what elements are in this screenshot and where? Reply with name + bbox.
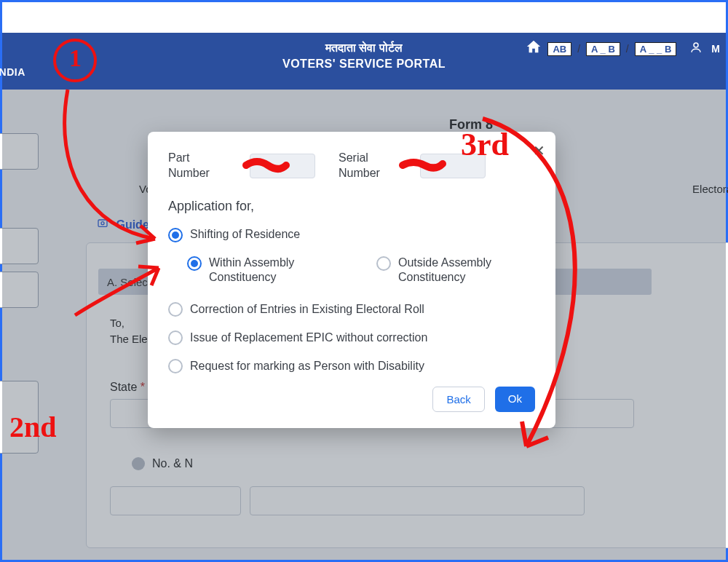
option-label: Shifting of Residence xyxy=(190,228,300,241)
radio-unchecked-icon xyxy=(168,359,183,373)
page-body: Form 8 DIA Electoral Roll/ Replacement o… xyxy=(2,90,726,560)
browser-top-whitespace xyxy=(2,2,726,33)
separator: / xyxy=(626,43,629,55)
portal-title-english: VOTERS' SERVICE PORTAL xyxy=(2,58,726,71)
font-size-medium[interactable]: A _ B xyxy=(586,42,620,56)
radio-checked-icon xyxy=(187,256,202,271)
application-for-modal: ✕ Part Number Serial Number Application … xyxy=(148,132,555,428)
option-label: Issue of Replacement EPIC without correc… xyxy=(190,331,427,344)
option-label: Request for marking as Person with Disab… xyxy=(190,360,424,373)
font-size-large[interactable]: A _ _ B xyxy=(635,42,677,56)
user-initial[interactable]: M xyxy=(711,43,720,55)
user-icon[interactable] xyxy=(689,41,703,58)
radio-unchecked-icon xyxy=(168,331,183,345)
option-label: Within Assembly Constituency xyxy=(209,256,333,286)
radio-unchecked-icon xyxy=(376,256,391,271)
portal-header: ON OF INDIA मतदाता सेवा पोर्टल VOTERS' S… xyxy=(2,33,726,90)
part-number-input[interactable] xyxy=(250,154,315,178)
application-for-heading: Application for, xyxy=(168,199,535,214)
org-name-truncated: ON OF INDIA xyxy=(0,66,25,78)
sub-option-outside-constituency[interactable]: Outside Assembly Constituency xyxy=(376,256,522,286)
app-frame: ON OF INDIA मतदाता सेवा पोर्टल VOTERS' S… xyxy=(0,0,728,562)
option-person-with-disability[interactable]: Request for marking as Person with Disab… xyxy=(168,358,535,373)
close-icon[interactable]: ✕ xyxy=(533,142,545,159)
option-label: Correction of Entries in Existing Electo… xyxy=(190,303,424,316)
svg-point-0 xyxy=(694,43,698,47)
radio-unchecked-icon xyxy=(168,302,183,317)
back-button[interactable]: Back xyxy=(432,387,484,412)
part-number-label: Part Number xyxy=(168,151,226,181)
option-label: Outside Assembly Constituency xyxy=(398,256,522,286)
option-shifting-residence[interactable]: Shifting of Residence xyxy=(168,227,535,242)
separator: / xyxy=(577,43,580,55)
serial-number-input[interactable] xyxy=(420,154,486,178)
font-size-normal[interactable]: AB xyxy=(547,42,571,56)
option-correction-entries[interactable]: Correction of Entries in Existing Electo… xyxy=(168,301,535,317)
home-icon[interactable] xyxy=(526,39,542,59)
radio-checked-icon xyxy=(168,228,183,242)
serial-number-label: Serial Number xyxy=(339,151,397,181)
option-replacement-epic[interactable]: Issue of Replacement EPIC without correc… xyxy=(168,330,535,345)
ok-button[interactable]: Ok xyxy=(495,387,535,412)
sub-option-within-constituency[interactable]: Within Assembly Constituency xyxy=(187,256,333,286)
